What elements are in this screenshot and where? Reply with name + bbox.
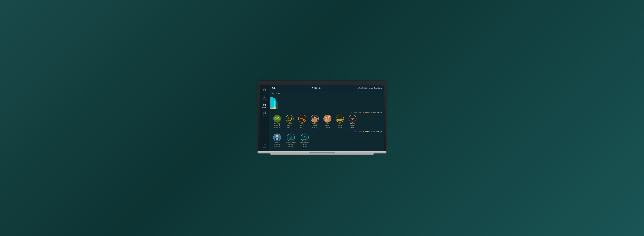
income-business[interactable]: Business income 3,600.00 4,000.00 [286,133,296,147]
income-row: INCOME 10,000.00 / $10,400.00 [269,130,384,132]
utilities-budget: 160.00 [350,127,354,129]
app-header: Edit Jul 2023 Actual/Budget Actual Remai… [269,85,384,91]
clothing-budget: 1,400.00 [312,127,317,129]
income-budget: $10,400.00 [373,130,382,132]
sidebar-today-label: Today [263,91,266,93]
main-content: Edit Jul 2023 Actual/Budget Actual Remai… [269,85,384,151]
svg-point-38 [328,118,330,121]
month-selector[interactable]: Jul 2023 [312,87,321,89]
svg-point-45 [352,120,352,121]
sidebar-balance-label: Balance [262,99,267,101]
utilities-actual: 120.00 [350,125,354,127]
chart-bars [272,95,382,109]
svg-rect-42 [351,117,354,119]
expenses-actual: 14,355.00 [362,112,370,114]
home-actual: 650.00 [325,125,330,127]
svg-point-48 [276,135,278,137]
category-car[interactable]: Car 247.00 200.00 [334,115,345,129]
clothing-actual: 738.00 [313,125,317,127]
category-home[interactable]: Home 650.00 1,500.00 [322,115,333,129]
interest-icon [301,133,309,141]
travelling-actual: 10,800.00 [274,125,280,127]
expenses-label: EXPENSES [352,112,361,114]
travelling-name: Travelling [274,123,280,124]
salary-icon [273,133,281,141]
svg-rect-53 [278,138,279,140]
view-actual[interactable]: Actual [368,87,373,89]
cafe-budget: 900.00 [300,127,304,129]
sidebar-item-sync[interactable]: Sync [260,143,268,150]
cafe-name: Cafe [301,123,304,124]
expenses-separator: / [371,112,372,114]
business-budget: 4,000.00 [288,146,294,147]
expenses-row: EXPENSES 14,355.00 / $15,160.00 [269,111,384,114]
svg-rect-13 [265,112,266,114]
income-interest[interactable]: Interest income 400.00 400.00 [299,133,310,147]
edit-button[interactable]: Edit [272,87,276,89]
business-icon [287,133,295,141]
interest-actual: 400.00 [303,144,307,145]
sidebar-item-today[interactable]: Today [260,87,268,94]
svg-point-37 [329,116,330,117]
education-budget: 1,000.00 [287,127,292,129]
business-name: Business income [286,142,296,143]
svg-point-33 [325,117,327,118]
sidebar: Today Balance [260,85,269,151]
svg-rect-0 [263,89,266,91]
interest-name: Interest income [300,142,309,143]
view-actual-budget[interactable]: Actual/Budget [358,87,367,89]
chart-top-label: $16,240.00 [272,92,382,94]
laptop-stand [270,153,374,155]
webcam [322,83,322,84]
svg-point-40 [338,120,339,121]
category-travelling[interactable]: Travelling 10,800.00 10,000.00 [272,115,282,129]
income-salary[interactable]: Salary 6,000.00 6,000.00 [272,133,282,147]
clothing-name: Clothing [312,123,317,124]
education-actual: 1,000.00 [287,125,292,127]
header-view-options: Actual/Budget Actual Remaining [358,87,382,89]
sidebar-item-reports[interactable]: Reports [260,110,268,117]
education-name: Education [286,123,292,124]
svg-marker-20 [287,117,292,119]
income-categories-grid: Salary 6,000.00 6,000.00 [269,132,384,149]
cafe-icon [298,115,306,122]
chart-baseline [272,110,382,110]
view-remaining[interactable]: Remaining [374,87,382,89]
travelling-budget: 10,000.00 [274,127,280,129]
sidebar-budget-label: Budget [262,107,266,108]
svg-point-35 [328,117,329,118]
header-center: Jul 2023 [276,87,358,90]
svg-rect-52 [275,138,276,140]
laptop-device: Today Balance [258,81,386,155]
cafe-actual: 800.00 [300,125,304,127]
app-screen: Today Balance [260,85,384,151]
car-budget: 200.00 [338,127,342,129]
svg-point-19 [278,117,279,118]
education-icon [286,115,294,122]
svg-point-46 [353,120,353,121]
travelling-icon [273,115,281,122]
salary-actual: 6,000.00 [274,144,280,145]
home-budget: 1,500.00 [325,127,330,129]
chart-area: $16,240.00 [269,91,384,111]
svg-rect-11 [263,113,264,114]
sidebar-item-budget[interactable]: Budget [260,102,268,109]
category-utilities[interactable]: Utilities 120.00 160.00 [347,115,358,129]
business-actual: 3,600.00 [288,144,294,145]
chart-wrapper [272,95,382,109]
svg-rect-12 [264,112,264,114]
expense-categories-grid: Travelling 10,800.00 10,000.00 [269,114,384,130]
category-clothing[interactable]: Clothing 738.00 1,400.00 [310,115,320,129]
sidebar-sync-label: Sync [263,147,266,148]
category-cafe[interactable]: Cafe 800.00 900.00 [297,115,308,129]
interest-budget: 400.00 [303,146,307,147]
svg-point-34 [325,118,328,122]
svg-point-61 [304,138,304,138]
income-separator: / [371,130,372,132]
sidebar-item-balance[interactable]: Balance [260,95,268,102]
svg-rect-54 [289,137,293,140]
sidebar-reports-label: Reports [262,115,266,116]
utilities-icon [348,115,356,122]
category-education[interactable]: Education 1,000.00 1,000.00 [284,115,295,129]
salary-budget: 6,000.00 [274,146,280,147]
